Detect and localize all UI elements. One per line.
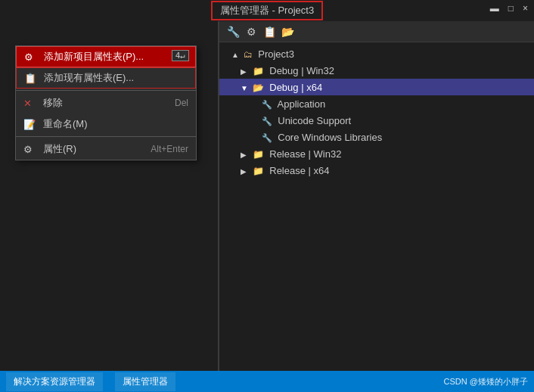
- properties-shortcut: Alt+Enter: [151, 144, 188, 154]
- arrow-project3: ▲: [231, 51, 239, 59]
- debug-x64-label: Debug | x64: [269, 82, 322, 93]
- tree-item-release-x64[interactable]: ▶ 📁 Release | x64: [219, 162, 534, 179]
- release-win32-label: Release | Win32: [269, 148, 341, 160]
- add-new-label: 添加新项目属性表(P)...: [44, 50, 144, 64]
- unicode-support-label: Unicode Support: [278, 115, 351, 126]
- tree-item-unicode-support[interactable]: 🔧 Unicode Support: [219, 112, 534, 129]
- arrow-release-win32: ▶: [241, 151, 248, 159]
- toolbar: 🔧 ⚙ 📋 📂: [219, 21, 534, 42]
- arrow-release-x64: ▶: [241, 167, 248, 176]
- folder-icon-release-win32: 📁: [253, 149, 264, 160]
- minimize-button[interactable]: ▬: [487, 3, 502, 14]
- application-label: Application: [278, 98, 326, 110]
- arrow-application: [250, 101, 257, 109]
- folder-icon-debug-win32: 📁: [253, 66, 264, 76]
- tree-item-debug-x64[interactable]: ▼ 📂 Debug | x64: [219, 79, 534, 95]
- menu-separator-1: [16, 90, 196, 91]
- close-button[interactable]: ×: [520, 3, 531, 14]
- wrench-icon-unicode: 🔧: [262, 117, 272, 126]
- status-bar: 解决方案资源管理器 属性管理器 CSDN @矮矮的小胖子: [0, 371, 534, 392]
- tree-item-release-win32[interactable]: ▶ 📁 Release | Win32: [219, 145, 534, 162]
- menu-item-rename[interactable]: 📝 重命名(M): [16, 114, 196, 135]
- tree-item-core-windows[interactable]: 🔧 Core Windows Libraries: [219, 129, 534, 145]
- toolbar-icon-gear[interactable]: ⚙: [244, 24, 259, 39]
- tree-item-application[interactable]: 🔧 Application: [219, 95, 534, 112]
- tree-panel: ▲ 🗂 Project3 ▶ 📁 Debug | Win32 ▼ 📂 Debug…: [219, 42, 534, 371]
- wrench-icon-application: 🔧: [262, 100, 272, 109]
- menu-item-add-existing[interactable]: 📋 添加现有属性表(E)...: [16, 67, 196, 89]
- toolbar-icon-wrench[interactable]: 🔧: [225, 24, 241, 39]
- add-existing-label: 添加现有属性表(E)...: [44, 71, 134, 85]
- context-menu: ⚙ 添加新项目属性表(P)... 4↵ 📋 添加现有属性表(E)... ✕ 移除…: [15, 45, 197, 160]
- arrow-debug-x64: ▼: [241, 84, 248, 92]
- rename-icon: 📝: [23, 119, 39, 130]
- remove-shortcut: Del: [175, 98, 188, 108]
- core-windows-label: Core Windows Libraries: [278, 132, 382, 143]
- tree-item-debug-win32[interactable]: ▶ 📁 Debug | Win32: [219, 62, 534, 79]
- menu-separator-2: [16, 136, 196, 137]
- status-tab-solution-explorer[interactable]: 解决方案资源管理器: [6, 372, 103, 391]
- tree-item-project3[interactable]: ▲ 🗂 Project3: [219, 45, 534, 62]
- tree-view: ▲ 🗂 Project3 ▶ 📁 Debug | Win32 ▼ 📂 Debug…: [219, 42, 534, 182]
- rename-label: 重命名(M): [43, 117, 88, 131]
- wrench-icon-core-windows: 🔧: [262, 133, 272, 142]
- add-existing-icon: 📋: [24, 73, 39, 84]
- title-text: 属性管理器 - Project3: [220, 4, 314, 17]
- toolbar-icon-clipboard[interactable]: 📋: [262, 24, 277, 39]
- project-icon: 🗂: [244, 49, 253, 60]
- properties-icon: ⚙: [23, 144, 39, 155]
- arrow-debug-win32: ▶: [241, 67, 248, 76]
- maximize-button[interactable]: □: [505, 3, 517, 14]
- title-bar: 属性管理器 - Project3 ▬ □ ×: [0, 0, 534, 21]
- menu-item-remove[interactable]: ✕ 移除 Del: [16, 92, 196, 114]
- project3-label: Project3: [258, 48, 294, 60]
- folder-icon-release-x64: 📁: [253, 166, 264, 176]
- title-bar-box: 属性管理器 - Project3: [211, 1, 323, 20]
- menu-item-add-new[interactable]: ⚙ 添加新项目属性表(P)... 4↵: [16, 46, 196, 67]
- release-x64-label: Release | x64: [269, 165, 329, 176]
- arrow-core-windows: [250, 134, 257, 142]
- folder-icon-debug-x64: 📂: [253, 82, 264, 93]
- status-tab-property-manager[interactable]: 属性管理器: [115, 372, 175, 391]
- watermark-text: CSDN @矮矮的小胖子: [444, 376, 528, 387]
- window-controls: ▬ □ ×: [487, 3, 531, 14]
- add-new-badge: 4↵: [172, 50, 189, 61]
- debug-win32-label: Debug | Win32: [269, 65, 334, 76]
- remove-label: 移除: [43, 96, 63, 110]
- menu-item-properties[interactable]: ⚙ 属性(R) Alt+Enter: [16, 138, 196, 160]
- properties-label: 属性(R): [43, 142, 76, 156]
- arrow-unicode: [250, 117, 257, 126]
- toolbar-icon-folder[interactable]: 📂: [280, 24, 295, 39]
- remove-icon: ✕: [23, 98, 39, 109]
- add-new-icon: ⚙: [24, 51, 39, 63]
